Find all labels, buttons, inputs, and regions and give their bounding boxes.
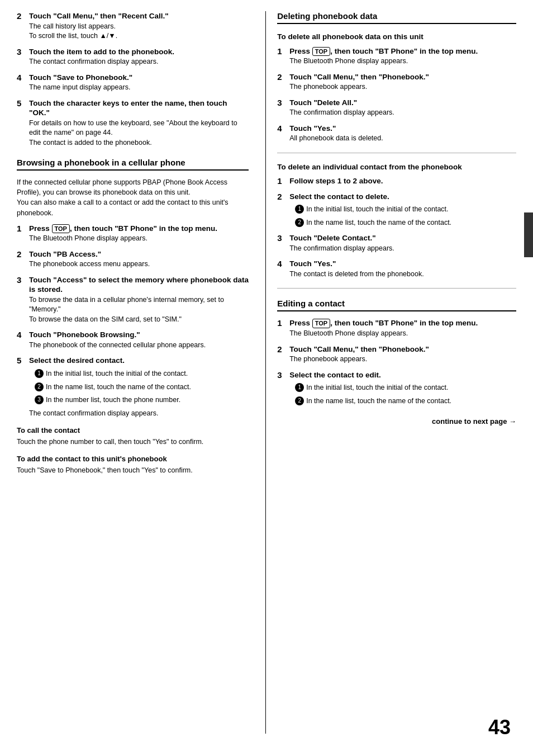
del-all-step-1-title: Press TOP, then touch "BT Phone" in the … <box>289 46 516 56</box>
divider-2 <box>277 288 516 289</box>
right-column: Deleting phonebook data To delete all ph… <box>265 11 516 734</box>
step-2-content: Touch "Call Menu," then "Recent Call." T… <box>29 11 249 41</box>
step-4-title: Touch "Save to Phonebook." <box>29 73 249 83</box>
edit-substeps: 1 In the initial list, touch the initial… <box>289 383 516 406</box>
editing-section: Editing a contact 1 Press TOP, then touc… <box>277 299 516 426</box>
step-3-title: Touch the item to add to the phonebook. <box>29 47 249 57</box>
browse-step-num-2: 2 <box>17 249 29 259</box>
right-tab <box>524 212 533 257</box>
divider-1 <box>277 153 516 153</box>
del-all-step-3: 3 Touch "Delete All." The confirmation d… <box>277 98 516 118</box>
browse-step-5: 5 Select the desired contact. 1 In the i… <box>17 356 249 418</box>
browse-step-5-footer: The contact confirmation display appears… <box>29 409 249 419</box>
browse-step-4: 4 Touch "Phonebook Browsing." The phoneb… <box>17 330 249 350</box>
del-circle-2: 2 <box>295 218 304 227</box>
del-all-step-num-2: 2 <box>277 72 289 82</box>
browse-step-2-content: Touch "PB Access." The phonebook access … <box>29 249 249 270</box>
deleting-header: Deleting phonebook data <box>277 11 516 24</box>
edit-substep-1-text: In the initial list, touch the initial o… <box>306 383 448 393</box>
edit-step-num-1: 1 <box>277 318 289 328</box>
edit-step-2: 2 Touch "Call Menu," then "Phonebook." T… <box>277 344 516 365</box>
step-num-3: 3 <box>17 47 29 56</box>
edit-step-3-content: Select the contact to edit. 1 In the ini… <box>289 370 516 407</box>
del-all-step-num-3: 3 <box>277 98 289 107</box>
substep-3-text: In the number list, touch the phone numb… <box>46 395 180 405</box>
edit-substep-1: 1 In the initial list, touch the initial… <box>295 383 516 393</box>
del-all-step-num-4: 4 <box>277 124 289 133</box>
browse-step-num-5: 5 <box>17 356 29 365</box>
browse-step-1-body: The Bluetooth Phone display appears. <box>29 234 249 244</box>
delete-individual-header: To delete an individual contact from the… <box>277 162 516 172</box>
step-2-body: The call history list appears.To scroll … <box>29 22 249 41</box>
delete-individual-section: To delete an individual contact from the… <box>277 162 516 280</box>
browse-step-4-body: The phonebook of the connected cellular … <box>29 341 249 351</box>
edit-circle-1: 1 <box>295 383 304 392</box>
browse-step-1: 1 Press TOP, then touch "BT Phone" in th… <box>17 224 249 244</box>
step-5-content: Touch the character keys to enter the na… <box>29 98 249 148</box>
browse-step-num-3: 3 <box>17 275 29 285</box>
edit-step-3-title: Select the contact to edit. <box>289 370 516 380</box>
substep-1-text: In the initial list, touch the initial o… <box>46 369 188 379</box>
del-substep-1-text: In the initial list, touch the initial o… <box>306 205 448 215</box>
to-add-section: To add the contact to this unit's phoneb… <box>17 455 249 475</box>
del-ind-step-1-content: Follow steps 1 to 2 above. <box>289 176 516 186</box>
browsing-intro: If the connected cellular phone supports… <box>17 177 249 218</box>
step-2-title: Touch "Call Menu," then "Recent Call." <box>29 11 249 21</box>
step-num-5: 5 <box>17 98 29 108</box>
browse-step-3: 3 Touch "Access" to select the memory wh… <box>17 275 249 325</box>
step-num-4: 4 <box>17 73 29 82</box>
step-4-content: Touch "Save to Phonebook." The name inpu… <box>29 73 249 93</box>
del-all-step-4-title: Touch "Yes." <box>289 124 516 134</box>
del-ind-step-1-title: Follow steps 1 to 2 above. <box>289 176 516 186</box>
del-ind-step-4-title: Touch "Yes." <box>289 259 516 269</box>
step-5-body: For details on how to use the keyboard, … <box>29 119 249 148</box>
del-ind-step-num-4: 4 <box>277 259 289 268</box>
del-all-step-3-body: The confirmation display appears. <box>289 108 516 118</box>
browse-step-4-content: Touch "Phonebook Browsing." The phoneboo… <box>29 330 249 350</box>
del-ind-step-num-2: 2 <box>277 192 289 201</box>
del-ind-step-4-body: The contact is deleted from the phoneboo… <box>289 270 516 280</box>
edit-step-2-content: Touch "Call Menu," then "Phonebook." The… <box>289 344 516 365</box>
step-2: 2 Touch "Call Menu," then "Recent Call."… <box>17 11 249 41</box>
step-num-2: 2 <box>17 11 29 21</box>
continue-text: continue to next page → <box>277 417 516 426</box>
del-all-step-4-content: Touch "Yes." All phonebook data is delet… <box>289 124 516 144</box>
del-all-step-1-body: The Bluetooth Phone display appears. <box>289 56 516 67</box>
del-ind-step-4-content: Touch "Yes." The contact is deleted from… <box>289 259 516 279</box>
edit-circle-2: 2 <box>295 396 304 405</box>
edit-step-1-title: Press TOP, then touch "BT Phone" in the … <box>289 318 516 328</box>
del-ind-step-2: 2 Select the contact to delete. 1 In the… <box>277 192 516 228</box>
to-add-body: Touch "Save to Phonebook," then touch "Y… <box>17 465 249 475</box>
browse-step-3-title: Touch "Access" to select the memory wher… <box>29 275 249 295</box>
del-all-step-2-content: Touch "Call Menu," then "Phonebook." The… <box>289 72 516 92</box>
circle-2: 2 <box>35 382 44 391</box>
editing-header: Editing a contact <box>277 299 516 311</box>
step-3: 3 Touch the item to add to the phonebook… <box>17 47 249 67</box>
del-ind-step-3: 3 Touch "Delete Contact." The confirmati… <box>277 233 516 253</box>
edit-step-num-3: 3 <box>277 370 289 380</box>
del-all-step-4-body: All phonebook data is deleted. <box>289 134 516 144</box>
edit-step-2-title: Touch "Call Menu," then "Phonebook." <box>289 344 516 355</box>
delete-all-header: To delete all phonebook data on this uni… <box>277 32 516 42</box>
step-5: 5 Touch the character keys to enter the … <box>17 98 249 148</box>
del-ind-step-3-body: The confirmation display appears. <box>289 244 516 254</box>
step-4-body: The name input display appears. <box>29 83 249 93</box>
del-ind-step-num-3: 3 <box>277 233 289 243</box>
browsing-header: Browsing a phonebook in a cellular phone <box>17 158 249 171</box>
del-ind-step-num-1: 1 <box>277 176 289 186</box>
edit-step-num-2: 2 <box>277 344 289 354</box>
substep-2: 2 In the name list, touch the name of th… <box>35 382 249 393</box>
browse-step-2-title: Touch "PB Access." <box>29 249 249 259</box>
edit-step-2-body: The phonebook appears. <box>289 355 516 365</box>
browse-step-3-body: To browse the data in a cellular phone's… <box>29 295 249 325</box>
delete-all-section: To delete all phonebook data on this uni… <box>277 32 516 144</box>
del-all-step-1-content: Press TOP, then touch "BT Phone" in the … <box>289 46 516 67</box>
browse-step-num-4: 4 <box>17 330 29 339</box>
deleting-section: Deleting phonebook data To delete all ph… <box>277 11 516 289</box>
browse-step-3-content: Touch "Access" to select the memory wher… <box>29 275 249 325</box>
del-ind-step-1: 1 Follow steps 1 to 2 above. <box>277 176 516 186</box>
top-button-right-1: TOP <box>312 47 330 56</box>
del-all-step-3-title: Touch "Delete All." <box>289 98 516 108</box>
del-ind-step-2-title: Select the contact to delete. <box>289 192 516 202</box>
browse-step-2-body: The phonebook access menu appears. <box>29 259 249 270</box>
